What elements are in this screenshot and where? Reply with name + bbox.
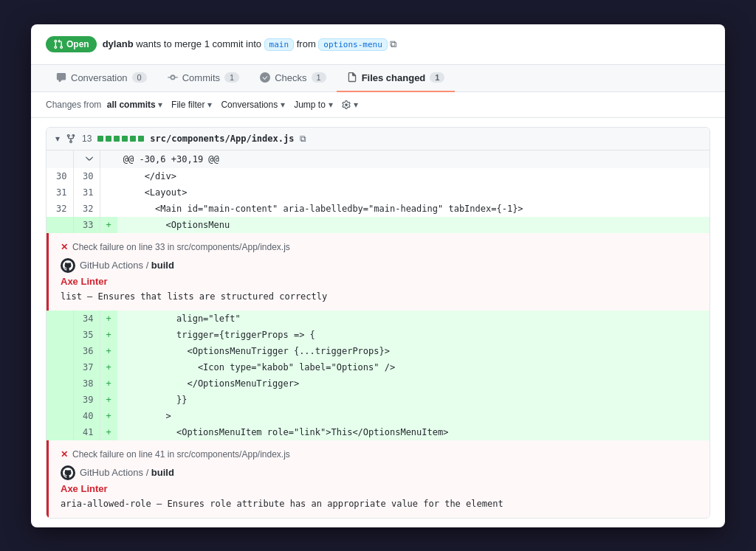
line-old-35 xyxy=(47,327,73,343)
commits-icon xyxy=(168,72,178,83)
line-new-37: 37 xyxy=(73,359,100,375)
pr-open-icon xyxy=(53,39,63,49)
diff-line-37: 37 + <Icon type="kabob" label="Options" … xyxy=(47,359,709,375)
check-failure-2-x-icon: ✕ xyxy=(61,449,68,460)
line-new-30: 30 xyxy=(73,168,100,184)
diff-line-32: 32 32 <Main id="main-content" aria-label… xyxy=(47,201,709,217)
open-badge: Open xyxy=(46,36,97,52)
pr-source-branch[interactable]: options-menu xyxy=(318,38,387,51)
copy-path-icon[interactable]: ⧉ xyxy=(300,134,306,144)
tabs-bar: Conversation 0 Commits 1 Checks 1 Files … xyxy=(31,65,725,92)
line-marker-41: + xyxy=(100,424,117,440)
diff-file-header: ▾ 13 src/components/App/index.js ⧉ xyxy=(47,128,709,150)
check-failure-2-message: aria-allowed-role – Ensures role attribu… xyxy=(61,499,698,509)
tab-conversation-badge: 0 xyxy=(132,72,147,83)
diff-blocks xyxy=(97,136,144,142)
all-commits-link[interactable]: all commits xyxy=(107,100,156,110)
line-new-32: 32 xyxy=(73,201,100,217)
line-marker-35: + xyxy=(100,327,117,343)
conversation-icon xyxy=(56,72,66,83)
files-changed-icon xyxy=(347,72,357,83)
pr-username: dylanb xyxy=(103,38,134,49)
line-marker-30 xyxy=(100,168,117,184)
line-old-32: 32 xyxy=(47,201,73,217)
line-content-40: > xyxy=(117,408,709,424)
diff-toolbar: Changes from all commits ▾ File filter ▾… xyxy=(31,92,725,118)
line-old-38 xyxy=(47,375,73,392)
diff-block-2 xyxy=(106,136,111,142)
diff-table-1: @@ -30,6 +30,19 @@ 30 30 </div> 31 31 <L… xyxy=(47,150,709,233)
diff-line-count: 13 xyxy=(82,134,92,144)
line-marker-39: + xyxy=(100,392,117,408)
diff-line-35: 35 + trigger={triggerProps => { xyxy=(47,327,709,343)
line-new-41: 41 xyxy=(73,424,100,440)
tab-checks[interactable]: Checks 1 xyxy=(250,65,336,92)
collapse-icon[interactable]: ▾ xyxy=(55,134,60,144)
diff-block-1 xyxy=(97,136,103,142)
expand-up-icon[interactable] xyxy=(85,153,94,162)
pr-target-branch[interactable]: main xyxy=(264,38,295,51)
checks-icon xyxy=(260,72,270,83)
line-content-31: <Layout> xyxy=(117,184,709,201)
diff-block-4 xyxy=(122,136,128,142)
tab-commits[interactable]: Commits 1 xyxy=(157,65,250,92)
line-content-30: </div> xyxy=(117,168,709,184)
diff-line-36: 36 + <OptionsMenuTrigger {...triggerProp… xyxy=(47,343,709,359)
diff-block-5 xyxy=(130,136,136,142)
line-marker-37: + xyxy=(100,359,117,375)
line-content-33: <OptionsMenu xyxy=(117,217,709,233)
line-content-32: <Main id="main-content" aria-labelledby=… xyxy=(117,201,709,217)
settings-icon xyxy=(342,100,351,109)
hunk-header-content: @@ -30,6 +30,19 @@ xyxy=(117,150,709,168)
line-new-34: 34 xyxy=(73,311,100,327)
github-actions-icon-1 xyxy=(61,258,75,273)
line-marker-32 xyxy=(100,201,117,217)
file-filter-button[interactable]: File filter ▾ xyxy=(171,100,212,110)
line-content-39: }} xyxy=(117,392,709,408)
diff-lines-icon xyxy=(66,134,76,144)
settings-button[interactable]: ▾ xyxy=(342,100,358,110)
tab-conversation[interactable]: Conversation 0 xyxy=(46,65,157,92)
hunk-marker xyxy=(100,150,117,168)
diff-line-38: 38 + </OptionsMenuTrigger> xyxy=(47,375,709,392)
tab-files-changed-label: Files changed xyxy=(362,72,426,83)
line-marker-38: + xyxy=(100,375,117,392)
check-failure-2-header: ✕ Check failure on line 41 in src/compon… xyxy=(61,449,698,460)
line-marker-40: + xyxy=(100,408,117,424)
diff-line-31: 31 31 <Layout> xyxy=(47,184,709,201)
diff-line-41: 41 + <OptionsMenuItem role="link">This</… xyxy=(47,424,709,440)
tab-checks-badge: 1 xyxy=(312,72,326,83)
main-window: Open dylanb wants to merge 1 commit into… xyxy=(31,24,725,527)
check-failure-1-header: ✕ Check failure on line 33 in src/compon… xyxy=(61,242,698,252)
tab-commits-label: Commits xyxy=(182,72,220,83)
hunk-header-row: @@ -30,6 +30,19 @@ xyxy=(47,150,709,168)
conversations-button[interactable]: Conversations ▾ xyxy=(221,100,285,110)
check-failure-2-title: GitHub Actions / build xyxy=(61,465,698,480)
tab-checks-label: Checks xyxy=(275,72,306,83)
line-marker-34: + xyxy=(100,311,117,327)
jump-to-button[interactable]: Jump to ▾ xyxy=(294,100,333,110)
check-failure-1: ✕ Check failure on line 33 in src/compon… xyxy=(47,233,709,311)
line-new-33: 33 xyxy=(73,217,100,233)
line-new-36: 36 xyxy=(73,343,100,359)
check-failure-1-x-icon: ✕ xyxy=(61,242,68,252)
diff-block-6 xyxy=(138,136,144,142)
open-label: Open xyxy=(66,39,89,49)
tab-files-changed[interactable]: Files changed 1 xyxy=(337,65,456,92)
github-actions-icon-2 xyxy=(61,465,75,480)
pr-description: dylanb wants to merge 1 commit into main… xyxy=(103,38,397,50)
github-icon-1 xyxy=(63,260,73,271)
tab-files-changed-badge: 1 xyxy=(430,72,444,83)
check-failure-1-org: GitHub Actions / build xyxy=(80,260,174,271)
line-new-35: 35 xyxy=(73,327,100,343)
line-content-37: <Icon type="kabob" label="Options" /> xyxy=(117,359,709,375)
check-failure-1-message: list – Ensures that lists are structured… xyxy=(61,291,698,302)
hunk-old-num xyxy=(47,150,73,168)
check-failure-2-org: GitHub Actions / build xyxy=(80,467,174,478)
line-new-39: 39 xyxy=(73,392,100,408)
tab-commits-badge: 1 xyxy=(224,72,239,83)
diff-line-30: 30 30 </div> xyxy=(47,168,709,184)
line-old-41 xyxy=(47,424,73,440)
diff-file-path[interactable]: src/components/App/index.js xyxy=(150,134,294,144)
copy-branch-icon[interactable]: ⧉ xyxy=(390,38,396,49)
